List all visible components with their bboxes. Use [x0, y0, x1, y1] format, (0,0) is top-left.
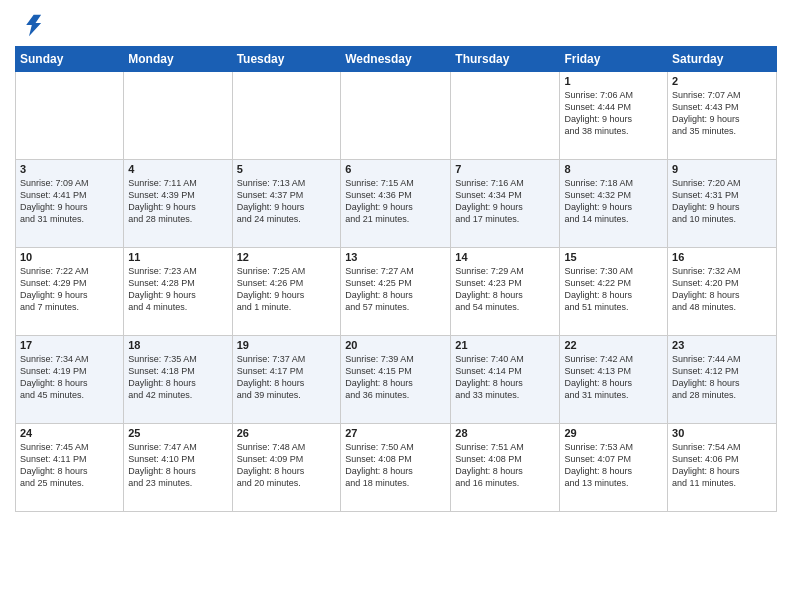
- day-info: Sunrise: 7:16 AM Sunset: 4:34 PM Dayligh…: [455, 177, 555, 226]
- calendar-cell: [341, 72, 451, 160]
- calendar-week-3: 17Sunrise: 7:34 AM Sunset: 4:19 PM Dayli…: [16, 336, 777, 424]
- day-number: 3: [20, 163, 119, 175]
- day-info: Sunrise: 7:25 AM Sunset: 4:26 PM Dayligh…: [237, 265, 337, 314]
- day-number: 28: [455, 427, 555, 439]
- day-info: Sunrise: 7:45 AM Sunset: 4:11 PM Dayligh…: [20, 441, 119, 490]
- calendar-week-0: 1Sunrise: 7:06 AM Sunset: 4:44 PM Daylig…: [16, 72, 777, 160]
- day-number: 29: [564, 427, 663, 439]
- day-number: 13: [345, 251, 446, 263]
- day-number: 10: [20, 251, 119, 263]
- logo-icon: [15, 10, 43, 38]
- calendar-cell: 9Sunrise: 7:20 AM Sunset: 4:31 PM Daylig…: [668, 160, 777, 248]
- day-info: Sunrise: 7:30 AM Sunset: 4:22 PM Dayligh…: [564, 265, 663, 314]
- calendar-cell: 14Sunrise: 7:29 AM Sunset: 4:23 PM Dayli…: [451, 248, 560, 336]
- calendar-header-wednesday: Wednesday: [341, 47, 451, 72]
- calendar-cell: 15Sunrise: 7:30 AM Sunset: 4:22 PM Dayli…: [560, 248, 668, 336]
- calendar-cell: [451, 72, 560, 160]
- calendar-cell: 8Sunrise: 7:18 AM Sunset: 4:32 PM Daylig…: [560, 160, 668, 248]
- day-info: Sunrise: 7:50 AM Sunset: 4:08 PM Dayligh…: [345, 441, 446, 490]
- day-info: Sunrise: 7:29 AM Sunset: 4:23 PM Dayligh…: [455, 265, 555, 314]
- day-number: 24: [20, 427, 119, 439]
- calendar-cell: 23Sunrise: 7:44 AM Sunset: 4:12 PM Dayli…: [668, 336, 777, 424]
- day-number: 8: [564, 163, 663, 175]
- calendar-cell: 30Sunrise: 7:54 AM Sunset: 4:06 PM Dayli…: [668, 424, 777, 512]
- calendar-week-1: 3Sunrise: 7:09 AM Sunset: 4:41 PM Daylig…: [16, 160, 777, 248]
- day-number: 27: [345, 427, 446, 439]
- calendar-week-2: 10Sunrise: 7:22 AM Sunset: 4:29 PM Dayli…: [16, 248, 777, 336]
- calendar-cell: 4Sunrise: 7:11 AM Sunset: 4:39 PM Daylig…: [124, 160, 232, 248]
- day-info: Sunrise: 7:34 AM Sunset: 4:19 PM Dayligh…: [20, 353, 119, 402]
- day-number: 22: [564, 339, 663, 351]
- calendar-cell: 11Sunrise: 7:23 AM Sunset: 4:28 PM Dayli…: [124, 248, 232, 336]
- calendar-header-sunday: Sunday: [16, 47, 124, 72]
- calendar-cell: 12Sunrise: 7:25 AM Sunset: 4:26 PM Dayli…: [232, 248, 341, 336]
- day-number: 19: [237, 339, 337, 351]
- day-number: 11: [128, 251, 227, 263]
- day-info: Sunrise: 7:18 AM Sunset: 4:32 PM Dayligh…: [564, 177, 663, 226]
- day-info: Sunrise: 7:51 AM Sunset: 4:08 PM Dayligh…: [455, 441, 555, 490]
- calendar-header-tuesday: Tuesday: [232, 47, 341, 72]
- day-number: 23: [672, 339, 772, 351]
- day-number: 25: [128, 427, 227, 439]
- day-info: Sunrise: 7:27 AM Sunset: 4:25 PM Dayligh…: [345, 265, 446, 314]
- page-container: SundayMondayTuesdayWednesdayThursdayFrid…: [0, 0, 792, 517]
- day-info: Sunrise: 7:15 AM Sunset: 4:36 PM Dayligh…: [345, 177, 446, 226]
- logo: [15, 10, 45, 38]
- day-number: 26: [237, 427, 337, 439]
- day-number: 7: [455, 163, 555, 175]
- day-number: 16: [672, 251, 772, 263]
- day-number: 21: [455, 339, 555, 351]
- day-number: 14: [455, 251, 555, 263]
- calendar-cell: 10Sunrise: 7:22 AM Sunset: 4:29 PM Dayli…: [16, 248, 124, 336]
- day-number: 18: [128, 339, 227, 351]
- day-info: Sunrise: 7:42 AM Sunset: 4:13 PM Dayligh…: [564, 353, 663, 402]
- calendar-header-saturday: Saturday: [668, 47, 777, 72]
- calendar-cell: 21Sunrise: 7:40 AM Sunset: 4:14 PM Dayli…: [451, 336, 560, 424]
- day-info: Sunrise: 7:39 AM Sunset: 4:15 PM Dayligh…: [345, 353, 446, 402]
- calendar-cell: 17Sunrise: 7:34 AM Sunset: 4:19 PM Dayli…: [16, 336, 124, 424]
- day-number: 2: [672, 75, 772, 87]
- day-number: 17: [20, 339, 119, 351]
- calendar-header-friday: Friday: [560, 47, 668, 72]
- header: [15, 10, 777, 38]
- calendar-cell: 28Sunrise: 7:51 AM Sunset: 4:08 PM Dayli…: [451, 424, 560, 512]
- calendar-header-monday: Monday: [124, 47, 232, 72]
- calendar-cell: 1Sunrise: 7:06 AM Sunset: 4:44 PM Daylig…: [560, 72, 668, 160]
- calendar-cell: 25Sunrise: 7:47 AM Sunset: 4:10 PM Dayli…: [124, 424, 232, 512]
- calendar-week-4: 24Sunrise: 7:45 AM Sunset: 4:11 PM Dayli…: [16, 424, 777, 512]
- day-number: 9: [672, 163, 772, 175]
- calendar-cell: 19Sunrise: 7:37 AM Sunset: 4:17 PM Dayli…: [232, 336, 341, 424]
- calendar-cell: [16, 72, 124, 160]
- day-info: Sunrise: 7:07 AM Sunset: 4:43 PM Dayligh…: [672, 89, 772, 138]
- calendar-cell: 3Sunrise: 7:09 AM Sunset: 4:41 PM Daylig…: [16, 160, 124, 248]
- calendar-header-thursday: Thursday: [451, 47, 560, 72]
- day-info: Sunrise: 7:54 AM Sunset: 4:06 PM Dayligh…: [672, 441, 772, 490]
- day-info: Sunrise: 7:53 AM Sunset: 4:07 PM Dayligh…: [564, 441, 663, 490]
- calendar-cell: 20Sunrise: 7:39 AM Sunset: 4:15 PM Dayli…: [341, 336, 451, 424]
- day-info: Sunrise: 7:06 AM Sunset: 4:44 PM Dayligh…: [564, 89, 663, 138]
- calendar-cell: 22Sunrise: 7:42 AM Sunset: 4:13 PM Dayli…: [560, 336, 668, 424]
- day-info: Sunrise: 7:48 AM Sunset: 4:09 PM Dayligh…: [237, 441, 337, 490]
- day-info: Sunrise: 7:09 AM Sunset: 4:41 PM Dayligh…: [20, 177, 119, 226]
- calendar-cell: 2Sunrise: 7:07 AM Sunset: 4:43 PM Daylig…: [668, 72, 777, 160]
- day-number: 4: [128, 163, 227, 175]
- calendar-cell: 27Sunrise: 7:50 AM Sunset: 4:08 PM Dayli…: [341, 424, 451, 512]
- day-info: Sunrise: 7:44 AM Sunset: 4:12 PM Dayligh…: [672, 353, 772, 402]
- day-info: Sunrise: 7:47 AM Sunset: 4:10 PM Dayligh…: [128, 441, 227, 490]
- calendar-cell: 5Sunrise: 7:13 AM Sunset: 4:37 PM Daylig…: [232, 160, 341, 248]
- day-number: 15: [564, 251, 663, 263]
- day-number: 6: [345, 163, 446, 175]
- calendar-cell: 13Sunrise: 7:27 AM Sunset: 4:25 PM Dayli…: [341, 248, 451, 336]
- calendar-cell: 29Sunrise: 7:53 AM Sunset: 4:07 PM Dayli…: [560, 424, 668, 512]
- calendar-cell: 7Sunrise: 7:16 AM Sunset: 4:34 PM Daylig…: [451, 160, 560, 248]
- svg-marker-0: [26, 15, 41, 36]
- day-number: 30: [672, 427, 772, 439]
- day-info: Sunrise: 7:32 AM Sunset: 4:20 PM Dayligh…: [672, 265, 772, 314]
- day-number: 1: [564, 75, 663, 87]
- day-number: 20: [345, 339, 446, 351]
- day-info: Sunrise: 7:37 AM Sunset: 4:17 PM Dayligh…: [237, 353, 337, 402]
- day-info: Sunrise: 7:23 AM Sunset: 4:28 PM Dayligh…: [128, 265, 227, 314]
- day-info: Sunrise: 7:13 AM Sunset: 4:37 PM Dayligh…: [237, 177, 337, 226]
- day-info: Sunrise: 7:20 AM Sunset: 4:31 PM Dayligh…: [672, 177, 772, 226]
- calendar-cell: 6Sunrise: 7:15 AM Sunset: 4:36 PM Daylig…: [341, 160, 451, 248]
